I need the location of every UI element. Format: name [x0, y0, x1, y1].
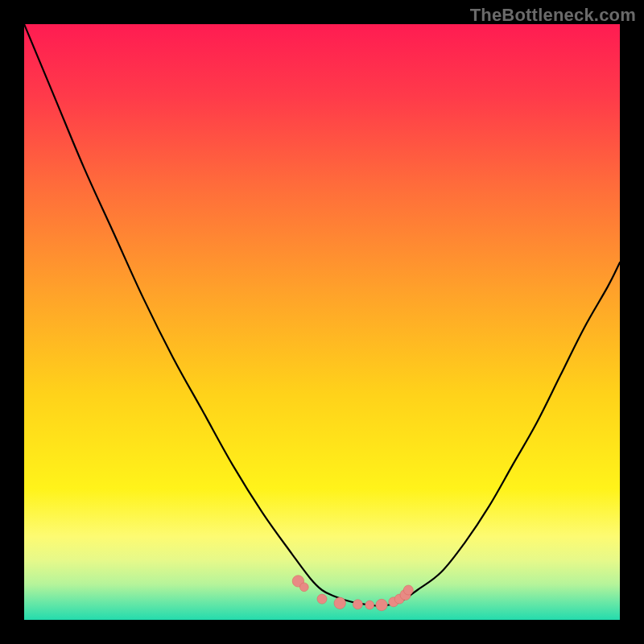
bottleneck-curve-left — [24, 24, 382, 606]
valley-markers — [292, 576, 413, 611]
bottleneck-curve-right — [382, 262, 620, 606]
valley-marker — [365, 601, 374, 609]
valley-marker — [353, 600, 362, 609]
curve-layer — [24, 24, 620, 620]
valley-marker — [376, 599, 387, 610]
chart-stage: TheBottleneck.com — [0, 0, 644, 644]
valley-marker — [403, 585, 413, 595]
valley-marker — [317, 594, 327, 604]
plot-area — [24, 24, 620, 620]
attribution-watermark: TheBottleneck.com — [470, 5, 636, 26]
valley-marker — [334, 597, 345, 609]
valley-marker — [299, 583, 308, 592]
